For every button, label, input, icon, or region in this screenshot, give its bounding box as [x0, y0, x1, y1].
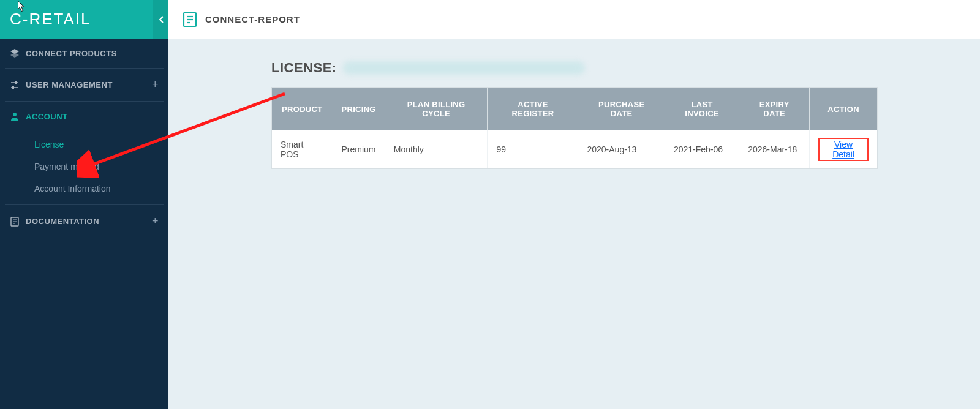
sidebar-item-documentation[interactable]: DOCUMENTATION +: [5, 205, 164, 238]
sidebar-item-label: USER MANAGEMENT: [26, 80, 113, 89]
main-area: CONNECT-REPORT LICENSE: PRODUCT PRICING …: [168, 0, 980, 409]
content: LICENSE: PRODUCT PRICING PLAN BILLING CY…: [168, 39, 980, 190]
sidebar-collapse-button[interactable]: [153, 0, 168, 39]
chevron-left-icon: [157, 15, 165, 24]
sidebar-subitem-payment-method[interactable]: Payment method: [5, 156, 164, 178]
license-value-redacted: [343, 61, 585, 75]
col-pricing: PRICING: [333, 88, 385, 130]
cell-purchase-date: 2020-Aug-13: [578, 130, 665, 168]
col-last-invoice: LAST INVOICE: [665, 88, 739, 130]
cell-product: Smart POS: [272, 130, 333, 168]
table-row: Smart POS Premium Monthly 99 2020-Aug-13…: [272, 130, 877, 168]
col-expiry-date: EXPIRY DATE: [739, 88, 810, 130]
sidebar-item-label: CONNECT PRODUCTS: [26, 49, 117, 58]
col-purchase-date: PURCHASE DATE: [578, 88, 665, 130]
sidebar-subnav-account: License Payment method Account Informati…: [5, 131, 164, 205]
svg-marker-1: [10, 53, 19, 58]
svg-rect-5: [12, 86, 14, 89]
cell-pricing: Premium: [333, 130, 385, 168]
col-billing-cycle: PLAN BILLING CYCLE: [385, 88, 488, 130]
table-header-row: PRODUCT PRICING PLAN BILLING CYCLE ACTIV…: [272, 88, 877, 130]
col-product: PRODUCT: [272, 88, 333, 130]
report-icon: [182, 12, 198, 28]
sidebar-subitem-license[interactable]: License: [5, 133, 164, 156]
cell-last-invoice: 2021-Feb-06: [665, 130, 739, 168]
topbar: CONNECT-REPORT: [168, 0, 980, 39]
layers-icon: [10, 48, 20, 58]
page-title: LICENSE:: [271, 60, 951, 76]
user-icon: [10, 111, 20, 121]
sidebar-nav: CONNECT PRODUCTS USER MANAGEMENT + ACCOU…: [0, 39, 168, 238]
sidebar-subitem-label: Account Information: [34, 184, 111, 193]
view-detail-link[interactable]: View Detail: [818, 138, 869, 161]
brand-logo[interactable]: C-RETAIL: [0, 0, 153, 39]
sliders-icon: [10, 80, 20, 90]
cell-expiry-date: 2026-Mar-18: [739, 130, 810, 168]
expand-icon: +: [152, 78, 159, 91]
sidebar: C-RETAIL CONNECT PRODUCTS USER MANAGEMEN…: [0, 0, 168, 409]
document-icon: [10, 217, 20, 227]
sidebar-subitem-label: Payment method: [34, 162, 99, 171]
expand-icon: +: [152, 215, 159, 228]
col-action: ACTION: [810, 88, 877, 130]
sidebar-item-label: DOCUMENTATION: [26, 217, 99, 226]
cell-billing-cycle: Monthly: [385, 130, 488, 168]
page-breadcrumb: CONNECT-REPORT: [205, 14, 300, 24]
sidebar-subitem-label: License: [34, 140, 64, 149]
cell-action: View Detail: [810, 130, 877, 168]
sidebar-subitem-account-information[interactable]: Account Information: [5, 178, 164, 200]
page-title-text: LICENSE:: [271, 60, 337, 76]
col-active-register: ACTIVE REGISTER: [488, 88, 578, 130]
sidebar-item-connect-products[interactable]: CONNECT PRODUCTS: [5, 39, 164, 69]
sidebar-item-label: ACCOUNT: [26, 112, 68, 121]
sidebar-item-user-management[interactable]: USER MANAGEMENT +: [5, 69, 164, 102]
cell-active-register: 99: [488, 130, 578, 168]
svg-rect-3: [15, 81, 17, 84]
license-table: PRODUCT PRICING PLAN BILLING CYCLE ACTIV…: [271, 87, 878, 169]
sidebar-item-account[interactable]: ACCOUNT: [5, 102, 164, 131]
